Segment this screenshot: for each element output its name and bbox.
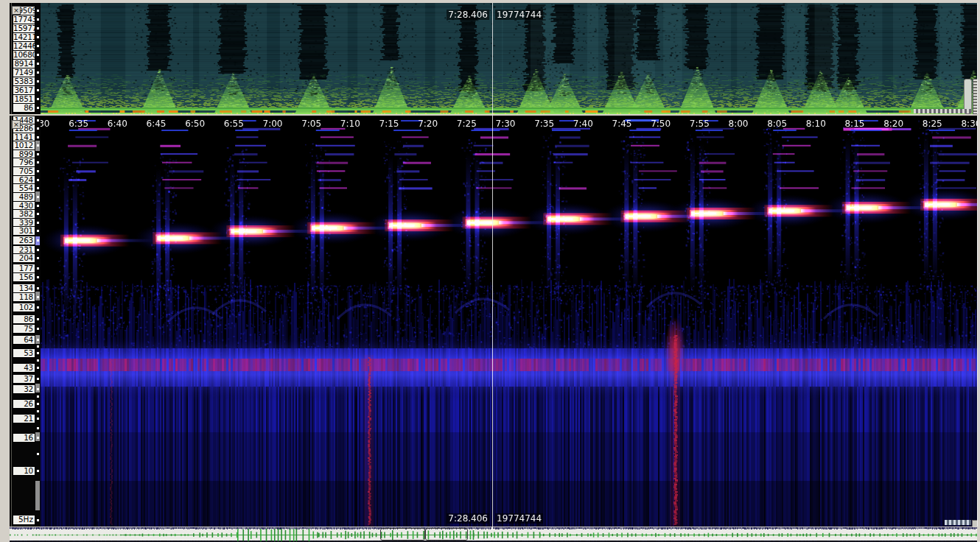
- freq-label: 118: [13, 292, 35, 302]
- scale-tick-icon: [37, 187, 39, 189]
- vertical-zoom-wheel[interactable]: [973, 79, 978, 114]
- playback-cursor-line: [492, 3, 493, 529]
- freq-label: 26: [13, 399, 35, 409]
- time-label: 7:00: [263, 119, 283, 129]
- view-region-box[interactable]: [380, 528, 425, 541]
- close-pane-icon[interactable]: ×: [12, 6, 21, 15]
- time-label: 8:25: [923, 119, 942, 129]
- scale-tick-icon: [37, 222, 39, 224]
- scale-tick-icon: [37, 437, 39, 439]
- freq-label: 156: [13, 272, 35, 282]
- freq-label: 17743: [13, 15, 35, 24]
- scale-tick-icon: [37, 470, 39, 472]
- view-region-box[interactable]: [425, 528, 468, 541]
- wideband-spectrogram-canvas[interactable]: [10, 3, 977, 114]
- scale-tick-icon: [37, 328, 39, 330]
- freq-label: 53: [13, 348, 35, 358]
- freq-label: 12446: [13, 41, 35, 51]
- scale-tick-icon: [37, 54, 39, 56]
- scale-tick-icon: [37, 98, 39, 100]
- scale-tick-icon: [37, 107, 39, 109]
- scale-tick-icon: [37, 318, 39, 320]
- scale-tick-icon: [37, 136, 39, 138]
- freq-label: 75: [13, 324, 35, 334]
- scale-tick-icon: [37, 519, 39, 521]
- pane-top-spectrogram: 1950917743159771421112446106808914714953…: [10, 3, 978, 114]
- app-window: { "window": { "bg_color": "#d4d0c8" }, "…: [0, 0, 980, 542]
- freq-label: 489: [13, 192, 35, 202]
- scale-tick-icon: [37, 352, 39, 354]
- scale-tick-icon: [37, 249, 39, 251]
- time-label: 8:10: [806, 119, 826, 129]
- scale-tick-icon: [37, 410, 39, 412]
- scale-tick-icon: [37, 127, 39, 130]
- horizontal-zoom-wheel[interactable]: [945, 520, 971, 525]
- scale-tick-icon: [37, 427, 39, 429]
- time-label: 8:30: [961, 119, 978, 129]
- freq-label: 134: [13, 284, 35, 293]
- scale-tick-icon: [37, 179, 39, 181]
- freq-label: 10680: [13, 50, 35, 60]
- scale-tick-icon: [37, 418, 39, 420]
- time-label: 8:15: [844, 119, 864, 129]
- scale-tick-icon: [37, 339, 39, 341]
- scale-tick-icon: [37, 119, 39, 122]
- freq-label: 263: [13, 236, 35, 245]
- scale-tick-icon: [37, 276, 39, 278]
- freq-label: 102: [13, 303, 35, 312]
- freq-label: 177: [13, 264, 35, 273]
- time-label: 8:00: [728, 119, 748, 129]
- scale-tick-icon: [37, 196, 39, 198]
- time-label: 6:40: [108, 119, 127, 129]
- freq-label: 64: [13, 335, 35, 345]
- freq-label: 32: [13, 384, 35, 394]
- freq-label: 86: [13, 314, 35, 324]
- time-label: 7:20: [418, 119, 438, 129]
- scale-tick-icon: [37, 10, 39, 12]
- log-spectrogram-canvas[interactable]: [10, 116, 977, 527]
- frequency-scale-top[interactable]: 1950917743159771421112446106808914714953…: [10, 3, 41, 114]
- time-label: 7:15: [379, 119, 399, 129]
- time-label: 8:20: [883, 119, 903, 129]
- freq-label: 301: [13, 226, 35, 236]
- cursor-frame-readout: 19774744: [495, 10, 543, 20]
- freq-label: 21: [13, 414, 35, 423]
- keyboard-key-block: [35, 481, 40, 510]
- scale-tick-icon: [37, 239, 39, 242]
- freq-label: 43: [13, 363, 35, 373]
- freq-label: 5383: [13, 77, 35, 86]
- time-label: 6:50: [185, 119, 205, 129]
- freq-label: 204: [13, 253, 35, 263]
- time-label: 7:45: [612, 119, 631, 129]
- time-label: 7:50: [651, 119, 671, 129]
- scale-tick-icon: [37, 18, 39, 21]
- freq-label: 15977: [13, 24, 35, 33]
- freq-floor-label: 5Hz: [13, 515, 35, 525]
- overview-waveform-canvas[interactable]: [10, 527, 977, 542]
- time-label: 7:30: [495, 119, 515, 129]
- time-label: 6:55: [224, 119, 244, 129]
- scale-tick-icon: [37, 367, 39, 369]
- time-label: 7:25: [457, 119, 477, 129]
- scale-tick-icon: [37, 267, 39, 270]
- scale-tick-icon: [37, 403, 39, 405]
- time-label: 7:10: [340, 119, 360, 129]
- frequency-scale-bottom[interactable]: 5Hz 144812861141101289979670562455448943…: [10, 116, 41, 527]
- time-ruler[interactable]: 6:306:356:406:456:506:557:007:057:107:15…: [10, 116, 977, 132]
- scale-tick-icon: [37, 144, 39, 147]
- scale-tick-icon: [37, 306, 39, 309]
- close-pane-icon[interactable]: ×: [12, 120, 21, 129]
- scale-tick-icon: [37, 213, 39, 215]
- scale-tick-icon: [37, 287, 39, 289]
- scale-tick-icon: [37, 388, 39, 390]
- scale-tick-icon: [37, 453, 39, 455]
- scale-tick-icon: [37, 296, 39, 298]
- wheel-reset-button[interactable]: [972, 520, 978, 527]
- freq-label: 3617: [13, 85, 35, 95]
- overview-waveform[interactable]: [10, 527, 977, 542]
- horizontal-zoom-wheel[interactable]: [914, 109, 971, 113]
- freq-label: 86: [13, 103, 35, 113]
- freq-label: 37: [13, 374, 35, 384]
- scale-tick-icon: [37, 230, 39, 232]
- scale-tick-icon: [37, 170, 39, 172]
